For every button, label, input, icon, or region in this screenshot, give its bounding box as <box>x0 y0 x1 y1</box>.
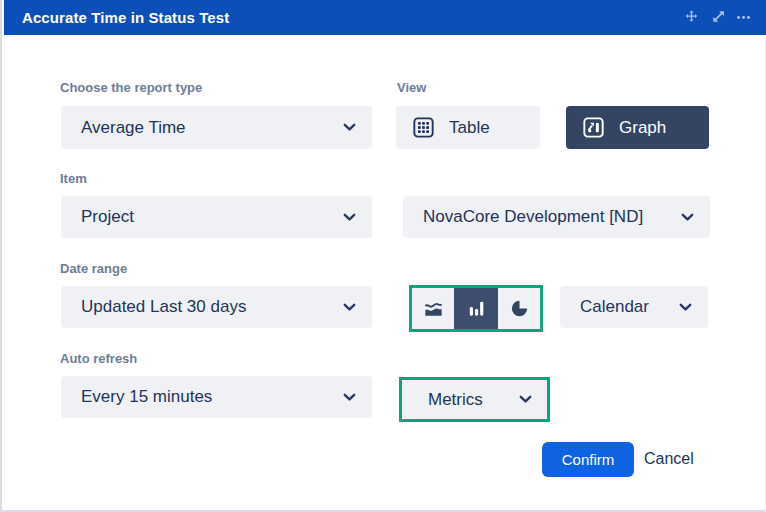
chevron-down-icon <box>343 123 356 132</box>
chevron-down-icon <box>681 213 694 222</box>
header-actions <box>683 9 752 26</box>
view-table-label: Table <box>449 118 490 138</box>
area-chart-icon <box>422 297 445 320</box>
chevron-down-icon <box>343 213 356 222</box>
project-value: NovaCore Development [ND] <box>423 207 643 227</box>
view-label: View <box>397 80 426 95</box>
dialog-left-border <box>0 0 2 512</box>
calendar-select[interactable]: Calendar <box>560 286 708 328</box>
metrics-select[interactable]: Metrics <box>402 380 547 419</box>
cancel-button[interactable]: Cancel <box>644 450 694 468</box>
chart-type-group <box>409 285 543 332</box>
report-type-select[interactable]: Average Time <box>61 106 372 149</box>
metrics-highlight: Metrics <box>399 377 550 422</box>
date-range-value: Updated Last 30 days <box>81 297 246 317</box>
auto-refresh-label: Auto refresh <box>60 351 137 366</box>
pie-chart-button[interactable] <box>498 288 540 329</box>
chevron-down-icon <box>343 393 356 402</box>
item-select[interactable]: Project <box>61 196 372 238</box>
date-range-label: Date range <box>60 261 127 276</box>
chevron-down-icon <box>343 303 356 312</box>
auto-refresh-select[interactable]: Every 15 minutes <box>61 376 372 418</box>
chevron-down-icon <box>519 395 532 404</box>
item-label: Item <box>60 171 87 186</box>
area-chart-button[interactable] <box>412 288 454 329</box>
view-table-button[interactable]: Table <box>396 106 540 149</box>
date-range-select[interactable]: Updated Last 30 days <box>61 286 372 328</box>
project-select[interactable]: NovaCore Development [ND] <box>403 196 710 238</box>
report-type-value: Average Time <box>81 118 186 138</box>
bar-chart-icon <box>465 297 488 320</box>
gadget-config-dialog: Accurate Time in Status Test Choose the … <box>0 0 766 512</box>
item-value: Project <box>81 207 134 227</box>
view-graph-label: Graph <box>619 118 666 138</box>
calendar-value: Calendar <box>580 297 649 317</box>
table-grid-icon <box>411 115 436 140</box>
bar-graph-icon <box>581 115 606 140</box>
dialog-title: Accurate Time in Status Test <box>22 9 229 26</box>
metrics-value: Metrics <box>428 390 483 410</box>
pie-chart-icon <box>508 297 531 320</box>
dialog-header: Accurate Time in Status Test <box>4 0 766 35</box>
ellipsis-icon[interactable] <box>735 9 752 26</box>
view-graph-button[interactable]: Graph <box>566 106 709 149</box>
chevron-down-icon <box>679 303 692 312</box>
report-type-label: Choose the report type <box>60 80 202 95</box>
bar-chart-button[interactable] <box>454 288 498 329</box>
confirm-button[interactable]: Confirm <box>542 442 634 477</box>
resize-diagonal-icon[interactable] <box>709 9 726 26</box>
move-icon[interactable] <box>683 9 700 26</box>
auto-refresh-value: Every 15 minutes <box>81 387 212 407</box>
